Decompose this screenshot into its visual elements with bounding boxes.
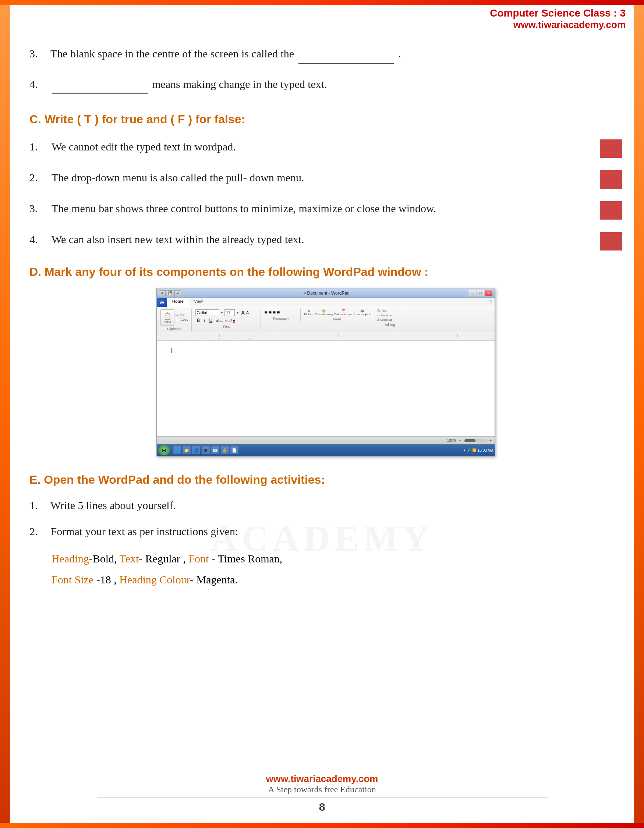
wordpad-tab-view[interactable]: View [189, 298, 209, 307]
ribbon-replace-btn[interactable]: ↔ Replace [377, 314, 391, 317]
ribbon-find-btn[interactable]: 🔍 Find [377, 309, 387, 313]
ribbon-selectall-btn[interactable]: ☑ Select all [377, 318, 392, 321]
format-text-label: Text [119, 552, 139, 565]
ribbon-font-name[interactable]: Calibri [195, 309, 219, 316]
tf-item-2: 2. The drop-down menu is also called the… [30, 168, 622, 189]
zoom-minus[interactable]: − [459, 439, 462, 442]
item3-after: . [398, 47, 401, 60]
activity-1-number: 1. [30, 496, 48, 514]
ribbon-font-size[interactable]: 11 [225, 309, 235, 316]
activity-item-2: 2. Format your text as per instructions … [30, 522, 622, 541]
taskbar-icon-5[interactable]: 📧 [211, 446, 219, 454]
format-bold-text: -Bold, [89, 552, 119, 565]
ribbon-insert: 🖼Picture 🎨Paint drawing 📅Date and time 📦… [303, 309, 374, 322]
page-header: Computer Science Class : 3 www.tiwariaca… [490, 7, 625, 31]
ribbon-align-left[interactable]: ≡ [265, 309, 267, 315]
ribbon-object-btn[interactable]: 📦Insert object [354, 309, 370, 316]
format-heading-label: Heading [52, 552, 89, 565]
activity-2-number: 2. [30, 522, 48, 541]
tf-4-box [600, 232, 622, 251]
footer-tagline: A Step towards free Education [0, 785, 644, 795]
ribbon-bold-btn[interactable]: B [195, 317, 202, 323]
ribbon-font-row2: B I U abc x₂ x² A [195, 317, 235, 323]
item3-blank [298, 44, 394, 64]
item4-number: 4. [30, 75, 48, 93]
tf-4-text: We can also insert new text within the a… [52, 230, 600, 249]
ribbon-picture-btn[interactable]: 🖼Picture [304, 309, 314, 316]
tf-2-box [600, 170, 622, 189]
taskbar-icon-6[interactable]: 🔒 [221, 446, 229, 454]
wordpad-ruler: | · · · | · · · | · · · | · · · | · · · … [157, 333, 495, 340]
ribbon-insert-label: Insert [304, 317, 370, 321]
wordpad-tab-home[interactable]: Home [167, 298, 189, 307]
taskbar-icon-3[interactable]: 🔵 [192, 446, 200, 454]
tf-3-box [600, 201, 622, 220]
ribbon-align-right[interactable]: ≡ [273, 309, 276, 315]
start-button[interactable]: ⊞ [158, 445, 170, 455]
ribbon-paint-btn[interactable]: 🎨Paint drawing [315, 309, 332, 316]
taskbar-icon-7[interactable]: 📄 [230, 446, 239, 454]
ribbon-clipboard: 📋 Paste ✂ Cut 📄 Copy Clipboard [160, 309, 192, 331]
text-cursor [171, 348, 172, 353]
section-c-heading: C. Write ( T ) for true and ( F ) for fa… [30, 113, 622, 126]
ribbon-size-arrow[interactable]: ▼ [236, 311, 239, 315]
wp-app-icon[interactable]: W [157, 298, 167, 307]
taskbar-icon-2[interactable]: 📁 [182, 446, 191, 454]
wordpad-title: ≡ Document - WordPad [184, 290, 469, 296]
ribbon-color-btn[interactable]: A [233, 318, 235, 323]
ribbon-cut-btn[interactable]: ✂ Cut [176, 314, 188, 317]
right-border [634, 5, 644, 823]
wp-quick-btn3[interactable]: ↩ [174, 290, 181, 296]
ribbon-paragraph: ≡ ≡ ≡ ≡ Paragraph [264, 309, 301, 321]
ribbon-date-btn[interactable]: 📅Date and time [334, 309, 353, 316]
item3-before: The blank space in the centre of the scr… [50, 47, 294, 60]
page-number: 8 [0, 801, 644, 813]
section-d-heading: D. Mark any four of its components on th… [30, 265, 622, 279]
tf-3-text: The menu bar shows three control buttons… [52, 199, 600, 218]
ribbon-underline-btn[interactable]: U [208, 317, 214, 323]
header-title: Computer Science Class : 3 [490, 7, 625, 19]
wordpad-tabs: W Home View ? [157, 298, 495, 307]
taskbar-time: 10:03 AM [478, 448, 493, 452]
taskbar-icon-1[interactable]: 🌐 [173, 446, 181, 454]
wp-minimize-btn[interactable]: _ [469, 290, 476, 296]
taskbar-right: ▲ 🔊 📶 10:03 AM [463, 448, 493, 452]
ribbon-font-arrow[interactable]: ▼ [220, 311, 224, 315]
tf-2-number: 2. [30, 168, 52, 187]
bottom-border [0, 823, 644, 828]
wordpad-editor[interactable] [157, 340, 495, 436]
tf-item-1: 1. We cannot edit the typed text in word… [30, 137, 622, 158]
ribbon-shrink-btn[interactable]: A [246, 310, 249, 315]
ribbon-paste-area: 📋 Paste ✂ Cut 📄 Copy [160, 309, 188, 326]
wp-quick-btn2[interactable]: 💾 [167, 290, 173, 296]
wp-quick-btn1[interactable]: ≡ [159, 290, 166, 296]
taskbar-icon-4[interactable]: ⚙ [202, 446, 210, 454]
ribbon-para-row: ≡ ≡ ≡ ≡ [265, 309, 280, 315]
ribbon-subscript-btn[interactable]: x₂ [225, 318, 228, 322]
wp-close-btn[interactable]: ✕ [485, 290, 492, 296]
ribbon-align-center[interactable]: ≡ [269, 309, 272, 315]
left-border [0, 5, 10, 823]
ribbon-clipboard-label: Clipboard [160, 327, 188, 331]
format-times-text: - Times Roman, [209, 552, 282, 565]
zoom-slider[interactable] [465, 439, 487, 442]
ribbon-strikethrough-btn[interactable]: abc [215, 318, 224, 323]
wordpad-window: ≡ 💾 ↩ ≡ Document - WordPad _ □ ✕ W Home … [156, 288, 495, 456]
wp-maximize-btn[interactable]: □ [477, 290, 484, 296]
format-size-value: -18 , [93, 574, 119, 586]
ribbon-copy-btn[interactable]: 📄 Copy [176, 318, 188, 321]
wordpad-window-controls: _ □ ✕ [469, 290, 492, 296]
footer-url: www.tiwariacademy.com [0, 773, 644, 785]
ribbon-justify[interactable]: ≡ [277, 309, 280, 315]
page-footer: www.tiwariacademy.com A Step towards fre… [0, 773, 644, 813]
taskbar-sys-icons: ▲ 🔊 📶 [463, 448, 476, 452]
ribbon-grow-btn[interactable]: A [241, 310, 245, 315]
ribbon-superscript-btn[interactable]: x² [229, 318, 232, 322]
header-url: www.tiwariacademy.com [490, 19, 625, 31]
ribbon-insert-row: 🖼Picture 🎨Paint drawing 📅Date and time 📦… [304, 309, 370, 316]
zoom-plus[interactable]: + [489, 439, 492, 442]
ribbon-italic-btn[interactable]: I [203, 317, 206, 323]
wp-help-btn[interactable]: ? [487, 298, 495, 307]
windows-taskbar: ⊞ 🌐 📁 🔵 ⚙ 📧 🔒 📄 ▲ 🔊 📶 10:03 AM [157, 444, 495, 456]
ribbon-paste-btn[interactable]: 📋 Paste [160, 309, 174, 326]
